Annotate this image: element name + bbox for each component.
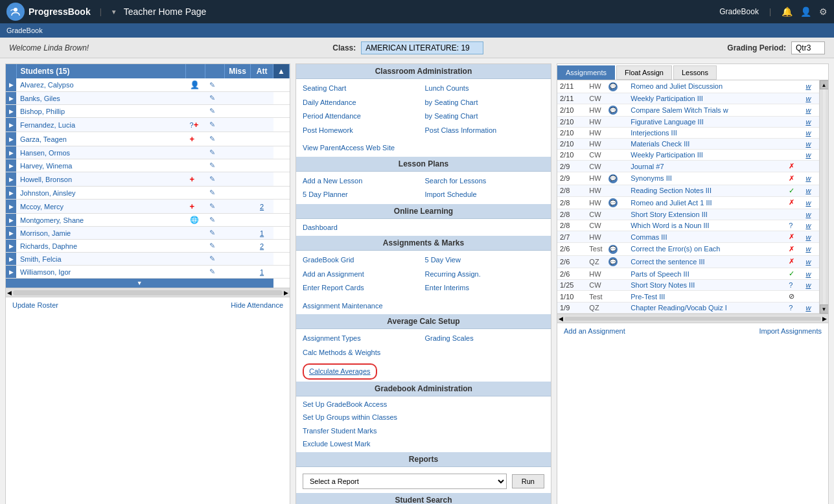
setup-groups-link[interactable]: Set Up Groups within Classes (303, 411, 544, 424)
status-w-icon[interactable]: w (805, 211, 811, 218)
status-w-icon[interactable]: w (805, 233, 811, 241)
scroll-down[interactable]: ▼ (820, 304, 829, 314)
edit-icon[interactable]: ✎ (209, 255, 215, 262)
assignment-maintenance-link[interactable]: Assignment Maintenance (303, 299, 544, 313)
status-w-icon[interactable]: w (805, 187, 811, 194)
edit-icon[interactable]: ✎ (209, 81, 215, 89)
view-parentaccess-link[interactable]: View ParentAccess Web Site (303, 141, 544, 155)
hscroll-right-assign[interactable]: ▶ (822, 315, 827, 322)
gradebook-grid-link[interactable]: GradeBook Grid (303, 253, 423, 267)
post-homework-link[interactable]: Post Homework (303, 124, 423, 137)
student-link[interactable]: Mccoy, Mercy (20, 203, 64, 211)
import-schedule-link[interactable]: Import Schedule (425, 188, 545, 201)
edit-icon[interactable]: ✎ (209, 135, 215, 143)
assign-name-link[interactable]: Correct the Error(s) on Each (631, 245, 720, 253)
scroll-down-btn[interactable]: ▼ (6, 279, 273, 288)
exclude-lowest-link[interactable]: Exclude Lowest Mark (303, 437, 544, 451)
post-class-info-link[interactable]: Post Class Information (425, 124, 545, 137)
calc-methods-weights-link[interactable]: Calc Methods & Weights (303, 346, 423, 360)
hscroll-left[interactable]: ◀ (7, 290, 12, 296)
edit-icon[interactable]: ✎ (209, 120, 215, 128)
expand-btn[interactable]: ▶ (6, 78, 16, 92)
student-link[interactable]: Alvarez, Calypso (20, 81, 74, 89)
nav-dropdown-arrow[interactable]: ▼ (111, 8, 117, 16)
class-select[interactable]: AMERICAN LITERATURE: 19 (361, 41, 483, 54)
assign-name-link[interactable]: Romeo and Juliet Act 1 III (631, 199, 712, 207)
horizontal-scrollbar[interactable]: ◀ ▶ (6, 288, 290, 297)
expand-btn[interactable]: ▶ (6, 227, 16, 240)
edit-icon[interactable]: ✎ (209, 107, 215, 115)
status-w-icon[interactable]: w (805, 151, 811, 159)
scroll-up[interactable]: ▲ (820, 80, 829, 89)
edit-icon[interactable]: ✎ (209, 161, 215, 169)
status-w-icon[interactable]: w (805, 118, 811, 126)
expand-btn[interactable]: ▶ (6, 200, 16, 214)
status-w-icon[interactable]: w (805, 222, 811, 229)
grading-select[interactable]: Qtr3 (791, 41, 825, 54)
assignment-types-link[interactable]: Assignment Types (303, 332, 423, 345)
status-w-icon[interactable]: w (805, 304, 811, 312)
add-new-lesson-link[interactable]: Add a New Lesson (303, 174, 423, 188)
transfer-marks-link[interactable]: Transfer Student Marks (303, 424, 544, 438)
edit-icon[interactable]: ✎ (209, 175, 215, 183)
import-assignments-link[interactable]: Import Assignments (759, 327, 822, 335)
recurring-assign-link[interactable]: Recurring Assign. (425, 268, 545, 281)
student-link[interactable]: Howell, Bronson (20, 176, 72, 183)
run-button[interactable]: Run (512, 474, 544, 488)
status-w-icon[interactable]: w (805, 95, 811, 102)
daily-attendance-link[interactable]: Daily Attendance (303, 96, 423, 109)
seating-chart-link[interactable]: Seating Chart (303, 82, 423, 95)
assign-name-link[interactable]: Short Story Notes III (631, 281, 695, 289)
student-link[interactable]: Harvey, Winema (20, 162, 72, 170)
status-w-icon[interactable]: w (805, 174, 811, 182)
edit-icon[interactable]: ✎ (209, 189, 215, 196)
search-for-lessons-link[interactable]: Search for Lessons (425, 174, 545, 188)
edit-icon[interactable]: ✎ (209, 216, 215, 223)
assign-name-link[interactable]: Commas III (631, 233, 667, 241)
five-day-view-link[interactable]: 5 Day View (425, 253, 545, 267)
expand-btn[interactable]: ▶ (6, 159, 16, 172)
expand-btn[interactable]: ▶ (6, 187, 16, 200)
assign-name-link[interactable]: Weekly Participation III (631, 151, 703, 159)
assign-name-link[interactable]: Reading Section Notes III (631, 187, 712, 194)
tab-lessons[interactable]: Lessons (673, 65, 717, 80)
assign-name-link[interactable]: Journal #7 (631, 163, 664, 170)
student-link[interactable]: Williamson, Igor (20, 268, 71, 276)
att-link[interactable]: 2 (260, 242, 264, 250)
vertical-scrollbar[interactable]: ▲ ▼ (819, 80, 828, 314)
att-link[interactable]: 1 (260, 229, 264, 237)
expand-btn[interactable]: ▶ (6, 105, 16, 118)
expand-btn[interactable]: ▶ (6, 132, 16, 146)
enter-report-cards-link[interactable]: Enter Report Cards (303, 281, 423, 295)
status-w-icon[interactable]: w (805, 106, 811, 114)
assign-name-link[interactable]: Compare Salem Witch Trials w (631, 106, 728, 114)
lunch-counts-link[interactable]: Lunch Counts (425, 82, 545, 95)
settings-icon[interactable]: ⚙ (819, 6, 828, 17)
period-attendance-link[interactable]: Period Attendance (303, 109, 423, 123)
grading-scales-link[interactable]: Grading Scales (425, 332, 545, 345)
assign-name-link[interactable]: Short Story Extension III (631, 211, 708, 218)
assign-name-link[interactable]: Figurative Language III (631, 118, 704, 126)
add-assignment-link[interactable]: Add an Assignment (303, 268, 423, 281)
expand-btn[interactable]: ▶ (6, 266, 16, 279)
student-link[interactable]: Richards, Daphne (20, 242, 77, 250)
edit-icon[interactable]: ✎ (209, 148, 215, 156)
assign-name-link[interactable]: Weekly Participation III (631, 95, 703, 102)
hide-attendance-link[interactable]: Hide Attendance (231, 301, 283, 309)
status-w-icon[interactable]: w (805, 140, 811, 148)
edit-icon[interactable]: ✎ (209, 229, 215, 236)
expand-btn[interactable]: ▶ (6, 253, 16, 266)
student-link[interactable]: Fernandez, Lucia (20, 121, 75, 129)
assignments-hscroll[interactable]: ◀ ▶ (557, 314, 828, 323)
student-link[interactable]: Garza, Teagen (20, 135, 67, 143)
assign-name-link[interactable]: Interjections III (631, 129, 677, 137)
expand-btn[interactable]: ▶ (6, 172, 16, 187)
assign-name-link[interactable]: Chapter Reading/Vocab Quiz I (631, 304, 727, 312)
status-w-icon[interactable]: w (805, 281, 811, 289)
student-link[interactable]: Montgomery, Shane (20, 216, 84, 224)
edit-icon[interactable]: ✎ (209, 202, 215, 210)
logo[interactable]: ProgressBook (6, 3, 91, 21)
expand-btn[interactable]: ▶ (6, 118, 16, 132)
enter-interims-link[interactable]: Enter Interims (425, 281, 545, 295)
status-w-icon[interactable]: w (805, 245, 811, 253)
